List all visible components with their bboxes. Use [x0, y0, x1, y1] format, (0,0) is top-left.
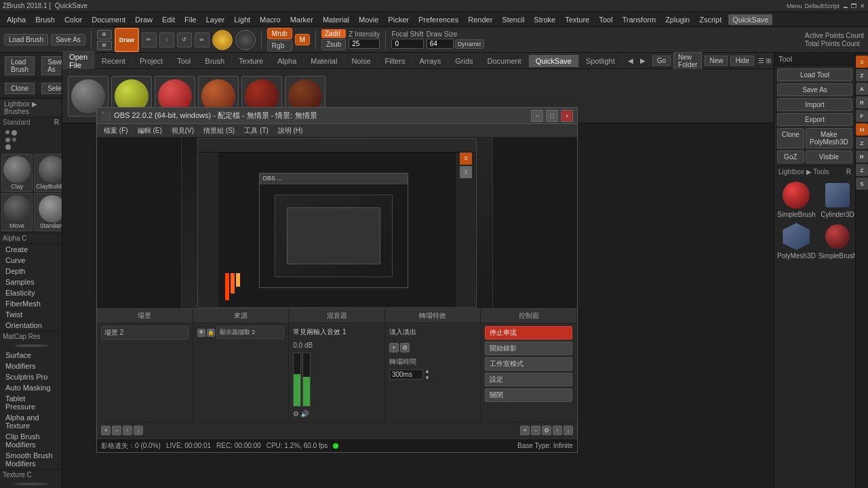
- rgb-button[interactable]: Rgb: [267, 40, 292, 52]
- tab-project[interactable]: Project: [133, 55, 170, 67]
- view-list-icon[interactable]: ☰: [758, 57, 764, 64]
- draw-main-button[interactable]: Draw: [115, 28, 139, 52]
- menu-picker[interactable]: Picker: [384, 14, 413, 25]
- modifiers-item[interactable]: Modifiers: [0, 361, 62, 371]
- mrub-button[interactable]: Mrub: [267, 28, 292, 39]
- close-app[interactable]: ✕: [860, 3, 865, 9]
- view-grid-icon[interactable]: ⊞: [766, 57, 771, 64]
- clone-button[interactable]: Clone: [5, 83, 35, 94]
- tab-arrays[interactable]: Arrays: [412, 55, 448, 67]
- menu-zplugin[interactable]: Zplugin: [661, 14, 694, 25]
- quicksave-button[interactable]: QuickSave: [728, 14, 772, 25]
- menu-transform[interactable]: Transform: [618, 14, 660, 25]
- fibermesh-item[interactable]: FiberMesh: [0, 298, 62, 309]
- menu-light[interactable]: Light: [230, 14, 254, 25]
- zsub-button[interactable]: Zsub: [321, 39, 346, 50]
- vol-bar-left[interactable]: [293, 352, 301, 407]
- polymesh3d-tool-cell[interactable]: PolyMesh3D: [777, 221, 816, 260]
- tab-texture[interactable]: Texture: [232, 55, 271, 67]
- source-add-button[interactable]: +: [520, 426, 530, 435]
- alpha-c-section[interactable]: Alpha C: [0, 232, 62, 244]
- menu-preferences[interactable]: Preferences: [414, 14, 462, 25]
- duration-up-arrow[interactable]: ▲: [425, 368, 430, 374]
- studio-mode-button[interactable]: 工作室模式: [485, 357, 572, 371]
- obs-minimize-button[interactable]: −: [531, 110, 543, 122]
- menu-brush[interactable]: Brush: [31, 14, 59, 25]
- tablet-pressure-item[interactable]: Tablet Pressure: [0, 393, 62, 412]
- hide-button[interactable]: Hide: [730, 56, 754, 66]
- scene-up-button[interactable]: ↑: [123, 426, 132, 435]
- brush-item-move[interactable]: Move: [1, 193, 33, 231]
- scale-button[interactable]: ⇔: [195, 33, 210, 47]
- side-icon-move[interactable]: M: [856, 123, 868, 136]
- menu-layer[interactable]: Layer: [202, 14, 229, 25]
- side-icon-floor[interactable]: F: [856, 110, 868, 122]
- z-intensity-value[interactable]: 25: [349, 39, 380, 49]
- load-tool-button[interactable]: Load Tool: [777, 68, 852, 81]
- source-up-button[interactable]: ↑: [553, 426, 562, 435]
- save-as-button[interactable]: Save As: [51, 34, 85, 45]
- side-icon-aahalf[interactable]: R: [856, 96, 868, 108]
- brush-item-claybuildup[interactable]: ClayBuildup: [34, 154, 62, 192]
- surface-item[interactable]: Surface: [0, 350, 62, 361]
- draw-tool-1[interactable]: ⊕: [97, 30, 112, 39]
- obs-maximize-button[interactable]: □: [546, 110, 558, 122]
- menu-marker[interactable]: Marker: [286, 14, 317, 25]
- menu-edit[interactable]: Edit: [158, 14, 179, 25]
- maximize-app[interactable]: 🗖: [851, 3, 857, 9]
- close-obs-button[interactable]: 關閉: [485, 388, 572, 402]
- mixer-settings-icon[interactable]: ⚙: [293, 410, 299, 418]
- tab-noise[interactable]: Noise: [344, 55, 378, 67]
- rotate-button[interactable]: ↺: [177, 33, 192, 47]
- menu-file[interactable]: File: [180, 14, 201, 25]
- simplebrush2-tool-cell[interactable]: SimpleBrush: [818, 221, 857, 260]
- menu-stencil[interactable]: Stencil: [498, 14, 528, 25]
- menu-icon[interactable]: Menu: [787, 3, 802, 9]
- auto-masking-item[interactable]: Auto Masking: [0, 382, 62, 393]
- alpha-texture-item[interactable]: Alpha and Texture: [0, 412, 62, 431]
- vol-bar-right[interactable]: [302, 352, 311, 407]
- menu-render[interactable]: Render: [464, 14, 496, 25]
- orientation-item[interactable]: Orientation: [0, 320, 62, 331]
- scene-item-2[interactable]: 場景 2: [101, 326, 189, 340]
- start-recording-button[interactable]: 開始錄影: [485, 342, 572, 355]
- load-brush-button[interactable]: Load Brush: [4, 34, 48, 45]
- save-as-left-button[interactable]: Save As: [41, 56, 62, 75]
- source-down-button[interactable]: ↓: [564, 426, 573, 435]
- tab-quicksave[interactable]: QuickSave: [529, 55, 579, 67]
- draw-tool-2[interactable]: ⊗: [97, 41, 112, 50]
- side-icon-zoom[interactable]: Z: [856, 69, 868, 81]
- obs-menu-edit[interactable]: 編輯 (E): [134, 125, 166, 136]
- mixer-audio-icon[interactable]: 🔊: [300, 410, 309, 418]
- obs-menu-view[interactable]: 視見(V): [167, 125, 198, 136]
- obs-menu-tools[interactable]: 工具 (T): [240, 125, 273, 136]
- menu-movie[interactable]: Movie: [355, 14, 382, 25]
- color-circle-primary[interactable]: [212, 30, 233, 50]
- brush-item-clay[interactable]: Clay: [1, 154, 33, 192]
- dynamic-button[interactable]: Dynamic: [455, 39, 484, 49]
- draw-size-value[interactable]: 64: [427, 39, 454, 49]
- cylinder3d-tool-cell[interactable]: Cylinder3D: [818, 180, 857, 218]
- edit-button[interactable]: ✏: [142, 33, 157, 47]
- lightbox-brushes-toggle[interactable]: Lightbox ▶ Brushes: [0, 98, 62, 117]
- color-circle-secondary[interactable]: [235, 30, 256, 50]
- source-settings-button[interactable]: ⚙: [542, 426, 551, 435]
- create-item[interactable]: Create: [0, 244, 62, 255]
- make-polymesh-button[interactable]: Make PolyMesh3D: [806, 128, 852, 148]
- curve-item[interactable]: Curve: [0, 255, 62, 266]
- transition-settings-icon[interactable]: ⚙: [400, 343, 410, 352]
- transition-add-icon[interactable]: +: [389, 343, 399, 352]
- scene-remove-button[interactable]: −: [112, 426, 121, 435]
- import-button[interactable]: Import: [777, 98, 852, 111]
- depth-item[interactable]: Depth: [0, 266, 62, 277]
- duration-input[interactable]: 300ms: [389, 369, 423, 380]
- menu-color[interactable]: Color: [60, 14, 86, 25]
- menu-draw[interactable]: Draw: [131, 14, 157, 25]
- menu-texture[interactable]: Texture: [561, 14, 593, 25]
- tab-grids[interactable]: Grids: [448, 55, 480, 67]
- menu-alpha[interactable]: Alpha: [3, 14, 30, 25]
- arrow-right-icon[interactable]: ▶: [637, 56, 648, 66]
- new-folder-button[interactable]: New Folder: [673, 52, 702, 70]
- sculptris-pro-item[interactable]: Sculptris Pro: [0, 371, 62, 382]
- tab-recent[interactable]: Recent: [95, 55, 133, 67]
